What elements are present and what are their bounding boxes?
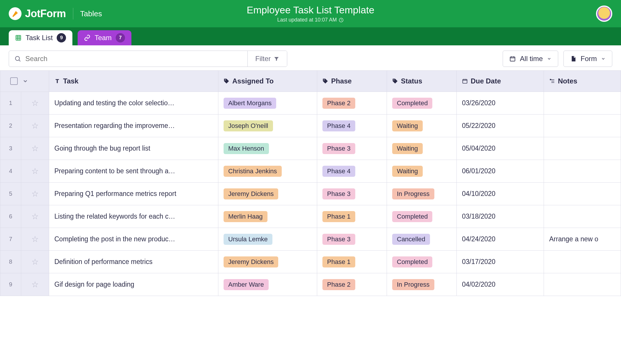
status-cell[interactable]: In Progress	[387, 183, 457, 205]
task-cell[interactable]: Going through the bug report list	[49, 137, 218, 160]
assignee-cell[interactable]: Max Henson	[218, 137, 317, 160]
status-cell[interactable]: In Progress	[387, 273, 457, 296]
phase-cell[interactable]: Phase 1	[317, 205, 387, 228]
phase-cell[interactable]: Phase 4	[317, 160, 387, 183]
table-row[interactable]: 4☆Preparing content to be sent through a…	[0, 160, 621, 183]
assignee-cell[interactable]: Jeremy Dickens	[218, 251, 317, 273]
assignee-cell[interactable]: Ursula Lemke	[218, 228, 317, 251]
due-date-cell[interactable]: 04/02/2020	[457, 273, 544, 296]
tab-count: 9	[57, 33, 66, 42]
assignee-cell[interactable]: Albert Morgans	[218, 92, 317, 115]
assignee-cell[interactable]: Amber Ware	[218, 273, 317, 296]
table-row[interactable]: 9☆Gif design for page loadingAmber WareP…	[0, 273, 621, 296]
table-row[interactable]: 2☆Presentation regarding the improveme…J…	[0, 115, 621, 137]
task-cell[interactable]: Presentation regarding the improveme…	[49, 115, 218, 137]
brand[interactable]: JotForm	[9, 7, 66, 20]
chevron-down-icon	[601, 56, 606, 61]
assignee-cell[interactable]: Joseph O'neill	[218, 115, 317, 137]
task-cell[interactable]: Updating and testing the color selectio…	[49, 92, 218, 115]
star-icon[interactable]: ☆	[31, 257, 39, 267]
header-due[interactable]: Due Date	[457, 71, 544, 92]
status-cell[interactable]: Waiting	[387, 137, 457, 160]
svg-rect-3	[510, 57, 515, 61]
header-assigned[interactable]: Assigned To	[218, 71, 317, 92]
notes-cell[interactable]	[544, 160, 621, 183]
task-cell[interactable]: Preparing content to be sent through a…	[49, 160, 218, 183]
assignee-cell[interactable]: Christina Jenkins	[218, 160, 317, 183]
form-button[interactable]: Form	[563, 51, 612, 67]
status-chip: In Progress	[392, 279, 434, 290]
phase-cell[interactable]: Phase 3	[317, 183, 387, 205]
date-range-button[interactable]: All time	[503, 51, 558, 67]
notes-cell[interactable]	[544, 183, 621, 205]
star-icon[interactable]: ☆	[31, 212, 39, 221]
page-title[interactable]: Employee Task List Template	[247, 4, 374, 16]
chevron-down-icon[interactable]	[22, 78, 28, 84]
star-icon[interactable]: ☆	[31, 121, 39, 131]
due-date-cell[interactable]: 04/24/2020	[457, 228, 544, 251]
due-date-cell[interactable]: 03/26/2020	[457, 92, 544, 115]
phase-cell[interactable]: Phase 3	[317, 137, 387, 160]
due-date-cell[interactable]: 06/01/2020	[457, 160, 544, 183]
tab-task-list[interactable]: Task List 9	[9, 30, 72, 45]
status-cell[interactable]: Waiting	[387, 160, 457, 183]
status-cell[interactable]: Completed	[387, 92, 457, 115]
task-cell[interactable]: Preparing Q1 performance metrics report	[49, 183, 218, 205]
section-label[interactable]: Tables	[80, 9, 102, 18]
due-date-cell[interactable]: 05/04/2020	[457, 137, 544, 160]
notes-cell[interactable]	[544, 251, 621, 273]
due-date-cell[interactable]: 03/17/2020	[457, 251, 544, 273]
header-status[interactable]: Status	[387, 71, 457, 92]
star-icon[interactable]: ☆	[31, 98, 39, 108]
star-icon[interactable]: ☆	[31, 144, 39, 153]
header-phase[interactable]: Phase	[317, 71, 387, 92]
select-all-checkbox[interactable]	[10, 77, 18, 85]
assignee-cell[interactable]: Merlin Haag	[218, 205, 317, 228]
phase-cell[interactable]: Phase 1	[317, 251, 387, 273]
table-row[interactable]: 5☆Preparing Q1 performance metrics repor…	[0, 183, 621, 205]
notes-cell[interactable]	[544, 115, 621, 137]
task-cell[interactable]: Listing the related keywords for each c…	[49, 205, 218, 228]
phase-chip: Phase 2	[322, 98, 355, 109]
task-cell[interactable]: Gif design for page loading	[49, 273, 218, 296]
phase-cell[interactable]: Phase 2	[317, 273, 387, 296]
due-date-cell[interactable]: 03/18/2020	[457, 205, 544, 228]
title-block: Employee Task List Template Last updated…	[247, 4, 374, 23]
status-cell[interactable]: Completed	[387, 251, 457, 273]
due-date-cell[interactable]: 04/10/2020	[457, 183, 544, 205]
due-date-cell[interactable]: 05/22/2020	[457, 115, 544, 137]
table-row[interactable]: 3☆Going through the bug report listMax H…	[0, 137, 621, 160]
history-icon[interactable]	[339, 17, 344, 23]
status-cell[interactable]: Completed	[387, 205, 457, 228]
status-cell[interactable]: Waiting	[387, 115, 457, 137]
phase-cell[interactable]: Phase 2	[317, 92, 387, 115]
notes-cell[interactable]: Arrange a new o	[544, 228, 621, 251]
notes-cell[interactable]	[544, 137, 621, 160]
tab-label: Team	[94, 34, 112, 42]
phase-cell[interactable]: Phase 4	[317, 115, 387, 137]
star-icon[interactable]: ☆	[31, 189, 39, 199]
table-row[interactable]: 7☆Completing the post in the new produc……	[0, 228, 621, 251]
filter-icon	[274, 56, 279, 62]
header-task[interactable]: Task	[49, 71, 218, 92]
table-row[interactable]: 1☆Updating and testing the color selecti…	[0, 92, 621, 115]
phase-cell[interactable]: Phase 3	[317, 228, 387, 251]
table-row[interactable]: 8☆Definition of performance metricsJerem…	[0, 251, 621, 273]
table-row[interactable]: 6☆Listing the related keywords for each …	[0, 205, 621, 228]
app-header: JotForm Tables Employee Task List Templa…	[0, 0, 621, 27]
status-cell[interactable]: Cancelled	[387, 228, 457, 251]
notes-cell[interactable]	[544, 273, 621, 296]
notes-cell[interactable]	[544, 205, 621, 228]
star-icon[interactable]: ☆	[31, 234, 39, 244]
task-cell[interactable]: Definition of performance metrics	[49, 251, 218, 273]
user-avatar[interactable]	[596, 6, 612, 22]
filter-button[interactable]: Filter	[247, 51, 287, 67]
tab-team[interactable]: Team 7	[78, 30, 131, 45]
star-icon[interactable]: ☆	[31, 166, 39, 176]
notes-cell[interactable]	[544, 92, 621, 115]
task-cell[interactable]: Completing the post in the new produc…	[49, 228, 218, 251]
assignee-cell[interactable]: Jeremy Dickens	[218, 183, 317, 205]
header-notes[interactable]: Notes	[544, 71, 621, 92]
star-icon[interactable]: ☆	[31, 280, 39, 289]
search-input[interactable]	[9, 55, 247, 63]
